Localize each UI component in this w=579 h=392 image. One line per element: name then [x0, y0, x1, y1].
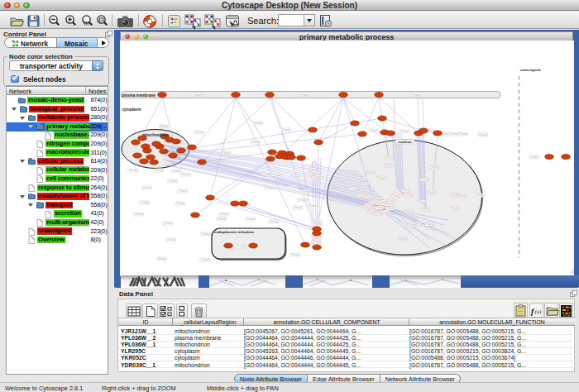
svg-text:(Yxxxx): (Yxxxx)	[129, 169, 137, 172]
svg-text:(Yxxxx): (Yxxxx)	[135, 213, 143, 216]
svg-text:(Yxxxx): (Yxxxx)	[291, 253, 299, 256]
svg-text:(Yxxxx): (Yxxxx)	[421, 208, 429, 211]
svg-text:(Yxxxx): (Yxxxx)	[158, 257, 166, 261]
svg-text:(Yxxxx): (Yxxxx)	[164, 222, 172, 225]
svg-text:(Yxxxx): (Yxxxx)	[160, 125, 168, 128]
svg-text:(Yxxxx): (Yxxxx)	[401, 189, 409, 192]
svg-text:(Yxxxx): (Yxxxx)	[459, 132, 467, 136]
svg-text:(Yxxxx): (Yxxxx)	[349, 187, 357, 190]
svg-text:(Yxxxx): (Yxxxx)	[201, 258, 209, 261]
svg-text:(Yxxxx): (Yxxxx)	[450, 132, 458, 136]
svg-text:(Yxxxx): (Yxxxx)	[167, 238, 175, 241]
svg-text:(Yxxxx): (Yxxxx)	[218, 218, 226, 221]
svg-text:(Yxxxx): (Yxxxx)	[399, 237, 407, 241]
svg-text:(Yxxxx): (Yxxxx)	[404, 194, 412, 197]
svg-text:(Yxxxx): (Yxxxx)	[385, 203, 393, 206]
svg-text:(Yxxxx): (Yxxxx)	[193, 93, 201, 97]
svg-text:(Yxxxx): (Yxxxx)	[291, 175, 299, 179]
svg-text:(Yxxxx): (Yxxxx)	[313, 222, 322, 226]
svg-text:(Yxxxx): (Yxxxx)	[378, 176, 386, 179]
svg-text:(Yxxxx): (Yxxxx)	[404, 210, 413, 213]
svg-text:(Yxxxx): (Yxxxx)	[376, 206, 384, 209]
svg-text:(Yxxxx): (Yxxxx)	[182, 173, 190, 176]
svg-text:(Yxxxx): (Yxxxx)	[195, 131, 203, 134]
svg-text:(Yxxxx): (Yxxxx)	[141, 201, 149, 204]
svg-text:(Yxxxx): (Yxxxx)	[370, 129, 378, 132]
svg-text:plasma membrane: plasma membrane	[122, 93, 156, 98]
svg-text:(Yxxxx): (Yxxxx)	[254, 122, 262, 125]
svg-text:(Yxxxx): (Yxxxx)	[312, 240, 320, 243]
svg-text:(Yxxxx): (Yxxxx)	[246, 218, 255, 221]
svg-text:(Yxxxx): (Yxxxx)	[425, 222, 433, 226]
svg-text:(Yxxxx): (Yxxxx)	[400, 130, 409, 133]
svg-text:(Yxxxx): (Yxxxx)	[457, 194, 466, 198]
svg-text:(Yxxxx): (Yxxxx)	[391, 194, 400, 198]
svg-text:(Yxxxx): (Yxxxx)	[179, 189, 187, 193]
svg-text:(Yxxxx): (Yxxxx)	[270, 220, 278, 223]
svg-text:(Yxxxx): (Yxxxx)	[300, 93, 309, 97]
svg-text:(Yxxxx): (Yxxxx)	[428, 191, 436, 194]
svg-text:(Yxxxx): (Yxxxx)	[176, 202, 184, 205]
svg-text:(Yxxxx): (Yxxxx)	[385, 164, 393, 167]
svg-text:(Yxxxx): (Yxxxx)	[412, 93, 420, 97]
svg-text:(Yxxxx): (Yxxxx)	[381, 210, 390, 213]
svg-text:(Yxxxx): (Yxxxx)	[309, 204, 318, 208]
svg-text:(Yxxxx): (Yxxxx)	[371, 200, 379, 203]
svg-text:(Yxxxx): (Yxxxx)	[251, 141, 260, 144]
svg-text:(Yxxxx): (Yxxxx)	[299, 198, 307, 202]
svg-text:(Yxxxx): (Yxxxx)	[310, 171, 318, 174]
svg-text:(Yxxxx): (Yxxxx)	[479, 133, 487, 136]
svg-text:mitochondrion: mitochondrion	[142, 133, 169, 137]
svg-text:(Yxxxx): (Yxxxx)	[312, 175, 320, 179]
svg-text:(Yxxxx): (Yxxxx)	[451, 207, 459, 210]
svg-text:(Yxxxx): (Yxxxx)	[363, 205, 371, 208]
svg-text:(Yxxxx): (Yxxxx)	[294, 206, 302, 209]
svg-text:(Yxxxx): (Yxxxx)	[237, 245, 245, 248]
svg-text:(Yxxxx): (Yxxxx)	[282, 128, 290, 131]
svg-text:(Yxxxx): (Yxxxx)	[302, 190, 310, 194]
svg-text:nucleus: nucleus	[398, 140, 412, 144]
svg-text:(Yxxxx): (Yxxxx)	[420, 178, 428, 181]
svg-text:(x): (x)	[535, 308, 542, 315]
svg-text:(Yxxxx): (Yxxxx)	[430, 165, 438, 169]
svg-text:(Yxxxx): (Yxxxx)	[418, 200, 426, 203]
svg-text:(Yxxxx): (Yxxxx)	[143, 186, 151, 189]
svg-text:(Yxxxx): (Yxxxx)	[202, 232, 210, 236]
svg-text:(Yxxxx): (Yxxxx)	[172, 170, 180, 173]
svg-text:unassigned: unassigned	[520, 68, 541, 72]
svg-text:(Yxxxx): (Yxxxx)	[476, 194, 484, 197]
svg-text:(Yxxxx): (Yxxxx)	[269, 175, 277, 179]
svg-text:endoplasmic reticulum: endoplasmic reticulum	[214, 230, 254, 234]
svg-text:(Yxxxx): (Yxxxx)	[155, 169, 163, 172]
svg-text:(Yxxxx): (Yxxxx)	[220, 213, 228, 216]
svg-text:(Yxxxx): (Yxxxx)	[361, 182, 369, 185]
svg-text:(Yxxxx): (Yxxxx)	[385, 155, 394, 159]
svg-text:(Yxxxx): (Yxxxx)	[169, 179, 177, 183]
svg-text:(Yxxxx): (Yxxxx)	[222, 151, 230, 155]
svg-text:cytoplasm: cytoplasm	[122, 108, 141, 112]
svg-text:(Yxxxx): (Yxxxx)	[365, 195, 373, 198]
svg-text:(Yxxxx): (Yxxxx)	[408, 223, 416, 227]
svg-text:(Yxxxx): (Yxxxx)	[290, 185, 299, 189]
svg-text:(Yxxxx): (Yxxxx)	[366, 171, 375, 174]
svg-text:(Yxxxx): (Yxxxx)	[266, 186, 274, 189]
svg-text:(Yxxxx): (Yxxxx)	[530, 155, 538, 159]
svg-text:(Yxxxx): (Yxxxx)	[386, 207, 395, 210]
